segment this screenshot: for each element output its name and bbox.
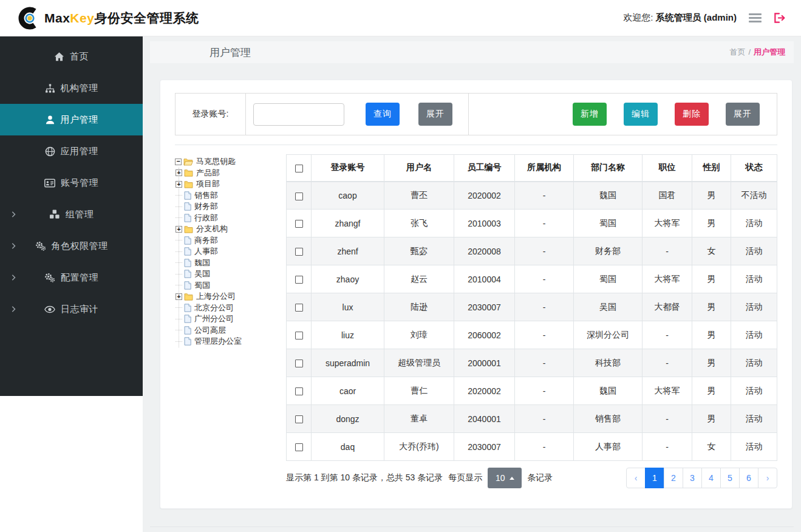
tree-node[interactable]: +项目部 [179, 179, 286, 190]
tree-node[interactable]: +分支机构 [179, 223, 286, 235]
tree-node-label[interactable]: 广州分公司 [193, 313, 235, 324]
column-header: 登录账号 [312, 155, 384, 182]
row-checkbox[interactable] [295, 304, 303, 312]
column-header: 所属机构 [515, 155, 574, 182]
page-button-3[interactable]: 3 [683, 468, 702, 488]
row-checkbox[interactable] [295, 443, 303, 451]
tree-node[interactable]: 广州分公司 [179, 313, 286, 325]
tree-node-label[interactable]: 分支机构 [195, 223, 229, 234]
tree-node[interactable]: 北京分公司 [179, 302, 286, 314]
tree-node-label[interactable]: 上海分公司 [195, 291, 237, 302]
tree-node[interactable]: 蜀国 [179, 280, 286, 292]
org-tree: −马克思钥匙+产品部+项目部销售部财务部行政部+分支机构商务部人事部魏国吴国蜀国… [175, 154, 286, 488]
table-row[interactable]: daq大乔(乔玮)2030007-人事部-女活动 [287, 433, 777, 461]
tree-node-label[interactable]: 财务部 [193, 201, 219, 212]
tree-node-label[interactable]: 人事部 [193, 246, 219, 257]
query-button[interactable]: 查询 [366, 103, 400, 126]
page-button-6[interactable]: 6 [739, 468, 758, 488]
search-expand-button[interactable]: 展开 [418, 103, 452, 126]
tree-node-label[interactable]: 销售部 [193, 190, 219, 201]
collapse-box-icon[interactable]: − [175, 159, 182, 165]
row-checkbox[interactable] [295, 387, 303, 395]
tree-node[interactable]: 财务部 [179, 201, 286, 213]
sidebar-item-config[interactable]: 配置管理 [0, 262, 143, 293]
tree-node[interactable]: 行政部 [179, 213, 286, 224]
toolbar-expand-button[interactable]: 展开 [726, 103, 760, 126]
table-row[interactable]: dongz董卓2040001-销售部-男活动 [287, 405, 777, 433]
tree-node[interactable]: +产品部 [179, 168, 286, 179]
edit-button[interactable]: 编辑 [624, 103, 658, 126]
tree-connector [176, 262, 182, 263]
row-checkbox[interactable] [295, 193, 303, 200]
tree-node-label[interactable]: 北京分公司 [193, 302, 235, 313]
cell: 张飞 [384, 210, 454, 237]
tree-node[interactable]: 吴国 [179, 268, 286, 280]
tree-node-label[interactable]: 马克思钥匙 [195, 156, 237, 167]
table-row[interactable]: liuz刘璋2060002-深圳分公司-男活动 [287, 321, 777, 349]
sidebar-item-home[interactable]: 首页 [0, 41, 143, 72]
prev-page-button[interactable]: ‹ [626, 468, 646, 488]
cell: superadmin [312, 349, 384, 377]
row-checkbox[interactable] [295, 220, 303, 228]
tree-node[interactable]: 管理层办公室 [179, 336, 286, 347]
row-checkbox[interactable] [295, 276, 303, 284]
expand-box-icon[interactable]: + [176, 181, 182, 188]
row-checkbox[interactable] [295, 360, 303, 367]
tree-node-label[interactable]: 产品部 [195, 168, 221, 179]
add-button[interactable]: 新增 [573, 103, 607, 126]
tree-node-label[interactable]: 商务部 [193, 235, 219, 246]
tree-connector [176, 274, 182, 275]
table-row[interactable]: caop曹丕2020002-魏国国君男不活动 [287, 182, 777, 210]
tree-node-label[interactable]: 蜀国 [193, 280, 211, 291]
sidebar-item-audit[interactable]: 日志审计 [0, 293, 143, 325]
table-row[interactable]: zhangf张飞2010003-蜀国大将军男活动 [287, 210, 777, 237]
page-button-1[interactable]: 1 [645, 468, 664, 488]
tree-node[interactable]: −马克思钥匙 [175, 156, 286, 168]
row-checkbox[interactable] [295, 415, 303, 423]
tree-node[interactable]: 魏国 [179, 257, 286, 269]
sidebar-item-org[interactable]: 机构管理 [0, 72, 143, 104]
cell: - [515, 182, 574, 210]
expand-box-icon[interactable]: + [176, 293, 182, 300]
logout-icon[interactable] [774, 13, 785, 23]
table-row[interactable]: lux陆逊2030007-吴国大都督男活动 [287, 293, 777, 321]
expand-box-icon[interactable]: + [176, 169, 182, 176]
tree-node-label[interactable]: 公司高层 [193, 325, 227, 336]
sidebar-item-role[interactable]: 角色权限管理 [0, 230, 143, 262]
page-button-4[interactable]: 4 [701, 468, 721, 488]
breadcrumb-separator: / [748, 47, 751, 56]
sidebar-item-account[interactable]: 账号管理 [0, 167, 143, 199]
page-button-2[interactable]: 2 [664, 468, 683, 488]
delete-button[interactable]: 删除 [675, 103, 709, 126]
tree-node[interactable]: 商务部 [179, 235, 286, 247]
expand-box-icon[interactable]: + [176, 226, 182, 233]
tree-node-label[interactable]: 项目部 [195, 179, 221, 189]
tree-node-label[interactable]: 吴国 [193, 268, 211, 279]
cell: daq [312, 433, 384, 461]
tree-node[interactable]: 公司高层 [179, 325, 286, 336]
breadcrumb-home-link[interactable]: 首页 [729, 47, 745, 56]
cell: - [643, 349, 692, 377]
tree-node[interactable]: 销售部 [179, 190, 286, 202]
tree-node[interactable]: 人事部 [179, 246, 286, 257]
sidebar-item-user[interactable]: 用户管理 [0, 104, 143, 135]
table-row[interactable]: zhenf甄宓2020008-财务部-女活动 [287, 237, 777, 265]
next-page-button[interactable]: › [758, 468, 777, 488]
sidebar-item-group[interactable]: 组管理 [0, 199, 143, 230]
row-checkbox[interactable] [295, 332, 303, 339]
row-checkbox[interactable] [295, 248, 303, 256]
sidebar-item-app[interactable]: 应用管理 [0, 135, 143, 167]
table-row[interactable]: caor曹仁2020002-魏国大将军男活动 [287, 377, 777, 405]
select-all-checkbox[interactable] [295, 165, 303, 172]
tree-node[interactable]: +上海分公司 [179, 291, 286, 302]
tree-node-label[interactable]: 行政部 [193, 213, 219, 223]
login-account-input[interactable] [253, 103, 344, 126]
tree-node-label[interactable]: 管理层办公室 [193, 336, 243, 347]
menu-toggle-icon[interactable] [749, 12, 762, 24]
checkbox-cell [287, 265, 312, 293]
tree-node-label[interactable]: 魏国 [193, 257, 211, 268]
table-row[interactable]: superadmin超级管理员2000001-科技部-男活动 [287, 349, 777, 377]
page-size-select[interactable]: 10 [488, 468, 522, 488]
page-button-5[interactable]: 5 [720, 468, 740, 488]
table-row[interactable]: zhaoy赵云2010004-蜀国大将军男活动 [287, 265, 777, 293]
